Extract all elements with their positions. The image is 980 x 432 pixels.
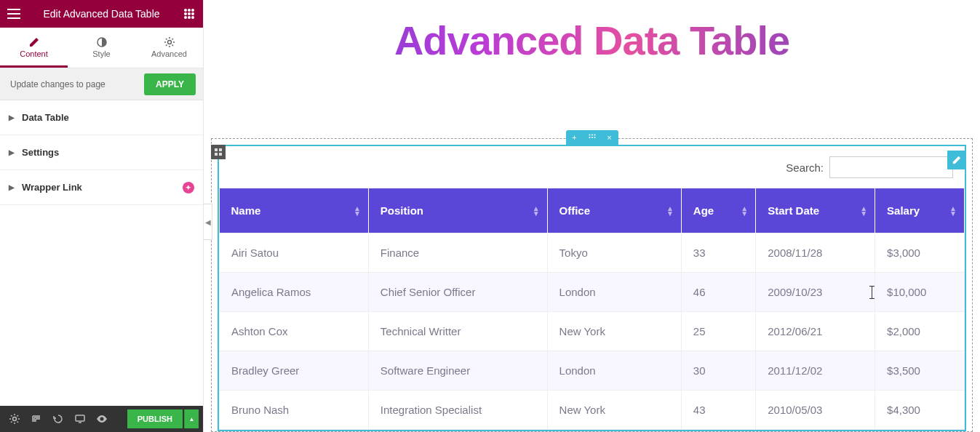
tab-style[interactable]: Style [68, 28, 135, 68]
apps-icon[interactable] [175, 0, 203, 28]
table-cell[interactable]: Ashton Cox [220, 312, 369, 351]
publish-options-button[interactable]: ▲ [184, 409, 199, 428]
section-data-table[interactable]: ▶ Data Table [0, 100, 203, 135]
section-wrapper-link[interactable]: ▶ Wrapper Link ✦ [0, 170, 203, 205]
svg-point-17 [591, 137, 593, 138]
col-position[interactable]: Position▲▼ [368, 188, 547, 233]
svg-point-7 [188, 16, 191, 19]
page-title: Advanced Data Table [204, 20, 980, 61]
table-cell[interactable]: Angelica Ramos [220, 273, 369, 312]
responsive-icon[interactable] [70, 409, 90, 429]
table-cell[interactable]: $2,000 [875, 312, 965, 351]
section-settings[interactable]: ▶ Settings [0, 135, 203, 170]
table-cell[interactable]: London [547, 273, 681, 312]
edit-section-icon[interactable] [583, 130, 601, 145]
search-input[interactable] [829, 156, 953, 178]
column-handle-icon[interactable] [211, 145, 226, 159]
table-row: Bradley GreerSoftware EngineerLondon3020… [220, 351, 965, 391]
chevron-right-icon: ▶ [9, 148, 15, 156]
table-cell[interactable]: 2009/10/23 [756, 273, 875, 312]
sidebar-header: Edit Advanced Data Table [0, 0, 203, 28]
sidebar-footer: PUBLISH ▲ [0, 406, 203, 432]
table-row: Airi SatouFinanceTokyo332008/11/28$3,000 [220, 233, 965, 273]
apply-button[interactable]: APPLY [144, 73, 196, 95]
table-cell[interactable]: London [547, 351, 681, 391]
table-cell[interactable]: $3,000 [875, 233, 965, 273]
delete-section-icon[interactable]: × [601, 130, 618, 145]
svg-point-14 [591, 135, 593, 136]
sidebar-tabs: Content Style Advanced [0, 28, 203, 68]
table-cell[interactable]: Airi Satou [220, 233, 369, 273]
sort-icon: ▲▼ [666, 206, 674, 215]
svg-point-0 [184, 9, 187, 12]
svg-point-10 [167, 41, 171, 44]
elementor-section[interactable]: + × Search: Name▲▼ Position▲▼ [211, 138, 973, 432]
table-cell[interactable]: Technical Writter [368, 312, 547, 351]
col-office[interactable]: Office▲▼ [547, 188, 681, 233]
table-cell[interactable]: $3,500 [875, 351, 965, 391]
preview-icon[interactable] [92, 409, 112, 429]
table-cell[interactable]: 2012/06/21 [756, 312, 875, 351]
table-cell[interactable]: 30 [681, 351, 755, 391]
table-cell[interactable]: Finance [368, 233, 547, 273]
sort-icon: ▲▼ [860, 206, 867, 215]
sidebar-sections: ▶ Data Table ▶ Settings ▶ Wrapper Link ✦ [0, 100, 203, 406]
col-age[interactable]: Age▲▼ [681, 188, 755, 233]
col-name[interactable]: Name▲▼ [220, 188, 369, 233]
table-row: Angelica RamosChief Senior OfficerLondon… [220, 273, 965, 312]
svg-point-16 [589, 137, 590, 138]
svg-rect-20 [219, 148, 222, 151]
preview-area: Advanced Data Table + × Search: [204, 0, 980, 432]
table-cell[interactable]: 33 [681, 233, 755, 273]
table-cell[interactable]: Bruno Nash [220, 391, 369, 430]
svg-point-4 [188, 12, 191, 15]
sidebar-title: Edit Advanced Data Table [28, 8, 175, 20]
table-cell[interactable]: Tokyo [547, 233, 681, 273]
table-row: Ashton CoxTechnical WritterNew York25201… [220, 312, 965, 351]
tab-advanced[interactable]: Advanced [135, 28, 203, 68]
tab-label: Advanced [151, 49, 187, 58]
chevron-right-icon: ▶ [9, 113, 15, 121]
history-icon[interactable] [48, 409, 68, 429]
gear-icon [164, 37, 175, 47]
text-cursor-icon [872, 286, 872, 299]
apply-label: Update changes to page [10, 79, 137, 89]
svg-rect-21 [215, 153, 218, 156]
table-cell[interactable]: New York [547, 391, 681, 430]
table-cell[interactable]: 2011/12/02 [756, 351, 875, 391]
add-section-icon[interactable]: + [566, 130, 583, 145]
tab-content[interactable]: Content [0, 28, 68, 68]
table-cell[interactable]: New York [547, 312, 681, 351]
col-salary[interactable]: Salary▲▼ [875, 188, 965, 233]
apply-row: Update changes to page APPLY [0, 68, 203, 100]
search-label: Search: [786, 161, 824, 174]
table-cell[interactable]: $10,000 [875, 273, 965, 312]
edit-widget-icon[interactable] [947, 151, 966, 169]
table-cell[interactable]: Integration Specialist [368, 391, 547, 430]
svg-point-15 [594, 135, 595, 136]
table-cell[interactable]: Software Engineer [368, 351, 547, 391]
svg-point-2 [191, 9, 194, 12]
col-label: Age [693, 204, 714, 217]
publish-button[interactable]: PUBLISH [127, 409, 183, 428]
contrast-icon [97, 37, 107, 47]
table-cell[interactable]: 2010/05/03 [756, 391, 875, 430]
sidebar-collapse-handle[interactable]: ◀ [204, 204, 212, 240]
sort-icon: ▲▼ [354, 206, 361, 215]
table-cell[interactable]: 46 [681, 273, 755, 312]
table-search-row: Search: [219, 149, 965, 188]
table-cell[interactable]: Bradley Greer [220, 351, 369, 391]
widget-data-table[interactable]: Search: Name▲▼ Position▲▼ Office▲▼ Age▲▼… [218, 145, 966, 431]
plugin-badge-icon: ✦ [183, 182, 194, 193]
settings-icon[interactable] [4, 409, 25, 429]
table-cell[interactable]: $4,300 [875, 391, 965, 430]
svg-point-8 [191, 16, 194, 19]
col-label: Office [559, 204, 591, 217]
table-cell[interactable]: 2008/11/28 [756, 233, 875, 273]
navigator-icon[interactable] [26, 409, 47, 429]
table-cell[interactable]: 25 [681, 312, 755, 351]
col-start-date[interactable]: Start Date▲▼ [756, 188, 875, 233]
menu-icon[interactable] [0, 0, 28, 28]
table-cell[interactable]: 43 [681, 391, 755, 430]
table-cell[interactable]: Chief Senior Officer [368, 273, 547, 312]
